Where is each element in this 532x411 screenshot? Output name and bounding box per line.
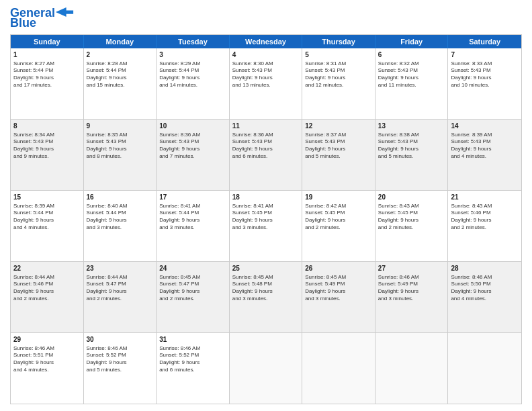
logo: General Blue bbox=[10, 7, 74, 30]
day-cell-11: 11Sunrise: 8:36 AM Sunset: 5:43 PM Dayli… bbox=[230, 120, 303, 190]
day-number: 22 bbox=[13, 264, 81, 273]
calendar-row-1: 1Sunrise: 8:27 AM Sunset: 5:44 PM Daylig… bbox=[11, 48, 521, 120]
calendar-row-4: 22Sunrise: 8:44 AM Sunset: 5:46 PM Dayli… bbox=[11, 262, 521, 333]
header-day-sunday: Sunday bbox=[11, 35, 84, 48]
day-info: Sunrise: 8:34 AM Sunset: 5:43 PM Dayligh… bbox=[13, 132, 81, 161]
day-cell-27: 27Sunrise: 8:46 AM Sunset: 5:49 PM Dayli… bbox=[375, 262, 449, 332]
day-info: Sunrise: 8:45 AM Sunset: 5:49 PM Dayligh… bbox=[305, 274, 372, 303]
empty-cell bbox=[448, 333, 521, 404]
day-number: 7 bbox=[451, 50, 519, 60]
empty-cell bbox=[230, 333, 303, 404]
page: General Blue SundayMondayTuesdayWednesda… bbox=[0, 0, 532, 411]
day-cell-25: 25Sunrise: 8:45 AM Sunset: 5:48 PM Dayli… bbox=[230, 262, 303, 332]
day-number: 30 bbox=[87, 335, 154, 345]
day-info: Sunrise: 8:46 AM Sunset: 5:52 PM Dayligh… bbox=[87, 345, 154, 374]
day-info: Sunrise: 8:45 AM Sunset: 5:48 PM Dayligh… bbox=[232, 274, 300, 303]
day-info: Sunrise: 8:41 AM Sunset: 5:45 PM Dayligh… bbox=[232, 203, 300, 232]
day-cell-31: 31Sunrise: 8:46 AM Sunset: 5:52 PM Dayli… bbox=[157, 333, 230, 404]
day-cell-5: 5Sunrise: 8:31 AM Sunset: 5:43 PM Daylig… bbox=[302, 48, 375, 119]
day-cell-28: 28Sunrise: 8:46 AM Sunset: 5:50 PM Dayli… bbox=[448, 262, 521, 332]
day-cell-22: 22Sunrise: 8:44 AM Sunset: 5:46 PM Dayli… bbox=[11, 262, 84, 332]
day-cell-29: 29Sunrise: 8:46 AM Sunset: 5:51 PM Dayli… bbox=[11, 333, 84, 404]
logo-icon bbox=[55, 7, 74, 17]
header-day-monday: Monday bbox=[84, 35, 157, 48]
day-info: Sunrise: 8:28 AM Sunset: 5:44 PM Dayligh… bbox=[87, 60, 154, 89]
day-number: 24 bbox=[159, 264, 226, 273]
day-info: Sunrise: 8:45 AM Sunset: 5:47 PM Dayligh… bbox=[159, 274, 226, 303]
day-cell-4: 4Sunrise: 8:30 AM Sunset: 5:43 PM Daylig… bbox=[230, 48, 303, 119]
day-info: Sunrise: 8:46 AM Sunset: 5:51 PM Dayligh… bbox=[13, 345, 81, 374]
day-number: 15 bbox=[13, 193, 81, 202]
day-info: Sunrise: 8:46 AM Sunset: 5:50 PM Dayligh… bbox=[451, 274, 519, 303]
day-cell-24: 24Sunrise: 8:45 AM Sunset: 5:47 PM Dayli… bbox=[157, 262, 230, 332]
day-number: 16 bbox=[87, 193, 154, 202]
day-number: 26 bbox=[305, 264, 372, 273]
day-info: Sunrise: 8:31 AM Sunset: 5:43 PM Dayligh… bbox=[305, 60, 372, 89]
calendar-row-3: 15Sunrise: 8:39 AM Sunset: 5:44 PM Dayli… bbox=[11, 191, 521, 262]
day-number: 28 bbox=[451, 264, 519, 273]
day-info: Sunrise: 8:27 AM Sunset: 5:44 PM Dayligh… bbox=[13, 60, 81, 89]
day-info: Sunrise: 8:39 AM Sunset: 5:43 PM Dayligh… bbox=[451, 132, 519, 161]
day-number: 12 bbox=[305, 122, 372, 131]
day-info: Sunrise: 8:30 AM Sunset: 5:43 PM Dayligh… bbox=[232, 60, 300, 89]
day-cell-23: 23Sunrise: 8:44 AM Sunset: 5:47 PM Dayli… bbox=[84, 262, 157, 332]
day-cell-15: 15Sunrise: 8:39 AM Sunset: 5:44 PM Dayli… bbox=[11, 191, 84, 261]
day-cell-26: 26Sunrise: 8:45 AM Sunset: 5:49 PM Dayli… bbox=[302, 262, 375, 332]
header-day-tuesday: Tuesday bbox=[157, 35, 230, 48]
calendar: SundayMondayTuesdayWednesdayThursdayFrid… bbox=[10, 34, 522, 404]
day-info: Sunrise: 8:43 AM Sunset: 5:46 PM Dayligh… bbox=[451, 203, 519, 232]
day-info: Sunrise: 8:40 AM Sunset: 5:44 PM Dayligh… bbox=[87, 203, 154, 232]
empty-cell bbox=[375, 333, 449, 404]
day-info: Sunrise: 8:33 AM Sunset: 5:43 PM Dayligh… bbox=[451, 60, 519, 89]
day-number: 1 bbox=[13, 50, 81, 60]
header-day-thursday: Thursday bbox=[302, 35, 375, 48]
day-cell-19: 19Sunrise: 8:42 AM Sunset: 5:45 PM Dayli… bbox=[302, 191, 375, 261]
day-info: Sunrise: 8:29 AM Sunset: 5:44 PM Dayligh… bbox=[159, 60, 226, 89]
day-cell-9: 9Sunrise: 8:35 AM Sunset: 5:43 PM Daylig… bbox=[84, 120, 157, 190]
day-info: Sunrise: 8:38 AM Sunset: 5:43 PM Dayligh… bbox=[378, 132, 445, 161]
day-number: 9 bbox=[87, 122, 154, 131]
header: General Blue bbox=[10, 7, 522, 30]
day-number: 8 bbox=[13, 122, 81, 131]
day-info: Sunrise: 8:46 AM Sunset: 5:49 PM Dayligh… bbox=[378, 274, 445, 303]
day-cell-3: 3Sunrise: 8:29 AM Sunset: 5:44 PM Daylig… bbox=[157, 48, 230, 119]
day-number: 17 bbox=[159, 193, 226, 202]
day-cell-14: 14Sunrise: 8:39 AM Sunset: 5:43 PM Dayli… bbox=[448, 120, 521, 190]
day-number: 11 bbox=[232, 122, 300, 131]
day-cell-21: 21Sunrise: 8:43 AM Sunset: 5:46 PM Dayli… bbox=[448, 191, 521, 261]
day-cell-7: 7Sunrise: 8:33 AM Sunset: 5:43 PM Daylig… bbox=[448, 48, 521, 119]
calendar-row-5: 29Sunrise: 8:46 AM Sunset: 5:51 PM Dayli… bbox=[11, 333, 521, 404]
header-day-wednesday: Wednesday bbox=[230, 35, 303, 48]
day-cell-16: 16Sunrise: 8:40 AM Sunset: 5:44 PM Dayli… bbox=[84, 191, 157, 261]
day-info: Sunrise: 8:42 AM Sunset: 5:45 PM Dayligh… bbox=[305, 203, 372, 232]
day-number: 5 bbox=[305, 50, 372, 60]
day-number: 2 bbox=[87, 50, 154, 60]
day-number: 25 bbox=[232, 264, 300, 273]
day-info: Sunrise: 8:39 AM Sunset: 5:44 PM Dayligh… bbox=[13, 203, 81, 232]
day-info: Sunrise: 8:46 AM Sunset: 5:52 PM Dayligh… bbox=[159, 345, 226, 374]
day-number: 18 bbox=[232, 193, 300, 202]
day-info: Sunrise: 8:36 AM Sunset: 5:43 PM Dayligh… bbox=[232, 132, 300, 161]
day-cell-30: 30Sunrise: 8:46 AM Sunset: 5:52 PM Dayli… bbox=[84, 333, 157, 404]
day-number: 13 bbox=[378, 122, 445, 131]
day-info: Sunrise: 8:44 AM Sunset: 5:47 PM Dayligh… bbox=[87, 274, 154, 303]
calendar-body: 1Sunrise: 8:27 AM Sunset: 5:44 PM Daylig… bbox=[11, 48, 521, 404]
day-number: 29 bbox=[13, 335, 81, 345]
header-day-friday: Friday bbox=[375, 35, 449, 48]
day-cell-6: 6Sunrise: 8:32 AM Sunset: 5:43 PM Daylig… bbox=[375, 48, 449, 119]
day-info: Sunrise: 8:32 AM Sunset: 5:43 PM Dayligh… bbox=[378, 60, 445, 89]
day-cell-17: 17Sunrise: 8:41 AM Sunset: 5:44 PM Dayli… bbox=[157, 191, 230, 261]
day-cell-10: 10Sunrise: 8:36 AM Sunset: 5:43 PM Dayli… bbox=[157, 120, 230, 190]
day-number: 6 bbox=[378, 50, 445, 60]
day-number: 14 bbox=[451, 122, 519, 131]
day-number: 10 bbox=[159, 122, 226, 131]
day-number: 21 bbox=[451, 193, 519, 202]
day-number: 20 bbox=[378, 193, 445, 202]
day-info: Sunrise: 8:36 AM Sunset: 5:43 PM Dayligh… bbox=[159, 132, 226, 161]
logo-blue: Blue bbox=[10, 16, 36, 30]
day-number: 19 bbox=[305, 193, 372, 202]
day-number: 31 bbox=[159, 335, 226, 345]
day-number: 23 bbox=[87, 264, 154, 273]
day-number: 27 bbox=[378, 264, 445, 273]
day-info: Sunrise: 8:43 AM Sunset: 5:45 PM Dayligh… bbox=[378, 203, 445, 232]
